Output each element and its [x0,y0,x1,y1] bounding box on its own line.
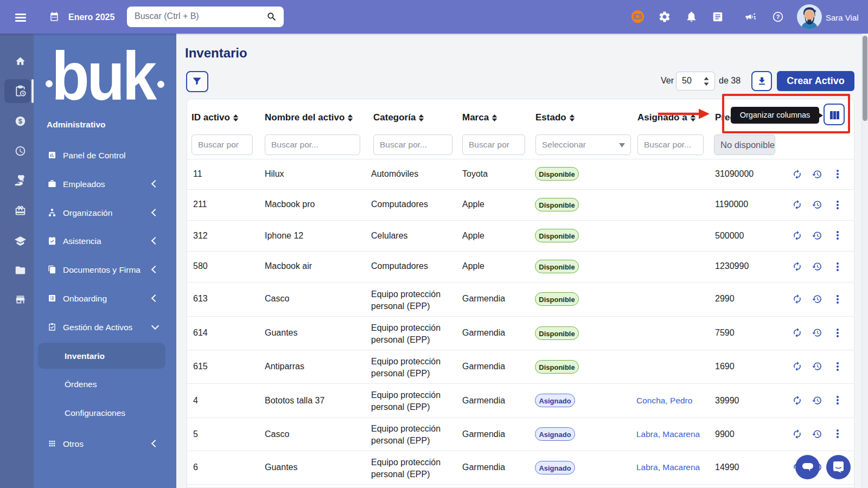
svg-text:?: ? [776,14,780,20]
svg-text:$: $ [18,117,23,125]
